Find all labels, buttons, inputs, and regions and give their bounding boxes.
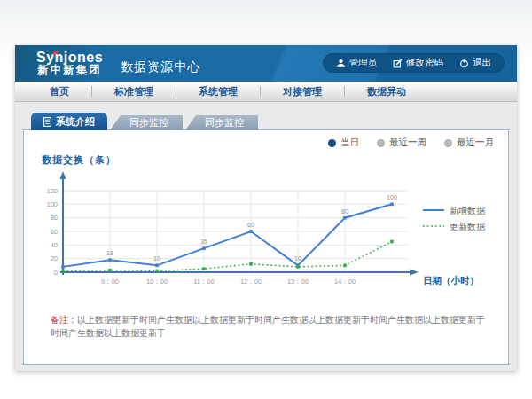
radio-icon xyxy=(444,139,452,147)
tab[interactable]: 系统介绍 xyxy=(31,113,107,130)
nav-item[interactable]: 对接管理 xyxy=(261,85,344,98)
svg-text:10: 10 xyxy=(153,255,160,262)
svg-text:10：00: 10：00 xyxy=(146,278,168,286)
line-chart: 0204060801001209：0010：0011：0012：0013：001… xyxy=(27,166,517,299)
svg-text:0: 0 xyxy=(54,269,58,277)
nav-item[interactable]: 首页 xyxy=(27,85,91,98)
svg-text:80: 80 xyxy=(341,208,348,215)
svg-text:10: 10 xyxy=(294,255,301,262)
svg-text:60: 60 xyxy=(51,228,58,236)
footnote-text: 以上数据更新于时间产生数据以上数据更新于时间产生数据以上数据更新于时间产生数据以… xyxy=(51,315,485,338)
power-icon xyxy=(459,59,469,68)
nav-item[interactable]: 系统管理 xyxy=(176,85,260,98)
svg-text:100: 100 xyxy=(46,200,58,208)
svg-text:35: 35 xyxy=(200,239,207,245)
logo-text-cn: 新中新集团 xyxy=(36,65,103,76)
period-option[interactable]: 最近一周 xyxy=(377,137,426,149)
svg-text:40: 40 xyxy=(51,241,58,249)
period-option[interactable]: 最近一月 xyxy=(444,137,494,149)
change-password-label: 修改密码 xyxy=(406,57,443,69)
period-option-label: 最近一月 xyxy=(457,137,494,149)
header: Synjones 新中新集团 数据资源中心 管理员 修改密码 xyxy=(15,45,517,82)
radio-icon xyxy=(328,139,336,147)
main-nav: 首页标准管理系统管理对接管理数据异动 xyxy=(15,82,517,102)
radio-icon xyxy=(377,139,385,147)
edit-icon xyxy=(393,59,403,68)
footnote: 备注：以上数据更新于时间产生数据以上数据更新于时间产生数据以上数据更新于时间产生… xyxy=(51,313,485,340)
legend-label: 更新数据 xyxy=(450,222,486,231)
change-password-button[interactable]: 修改密码 xyxy=(393,57,443,69)
nav-item[interactable]: 标准管理 xyxy=(92,85,176,98)
header-actions: 管理员 修改密码 退出 xyxy=(323,53,505,73)
content-area: 系统介绍同步监控同步监控 当日最近一周最近一月 数据交换（条） 02040608… xyxy=(15,113,517,365)
nav-item[interactable]: 数据异动 xyxy=(345,85,428,98)
legend-label: 新增数据 xyxy=(450,206,486,215)
tab[interactable]: 同步监控 xyxy=(185,115,258,130)
tab-bar: 系统介绍同步监控同步监控 xyxy=(31,113,517,130)
svg-text:12：00: 12：00 xyxy=(240,278,262,286)
tab-label: 系统介绍 xyxy=(56,115,95,129)
user-icon xyxy=(336,59,346,68)
logout-button-label: 退出 xyxy=(473,57,491,69)
content-panel: 当日最近一周最近一月 数据交换（条） 0204060801001209：0010… xyxy=(23,129,509,365)
svg-text:60: 60 xyxy=(247,222,254,228)
period-option-label: 最近一周 xyxy=(389,137,426,149)
user-button-label: 管理员 xyxy=(349,57,378,69)
app-window: Synjones 新中新集团 数据资源中心 管理员 修改密码 xyxy=(15,45,517,371)
svg-text:120: 120 xyxy=(46,187,58,195)
svg-text:80: 80 xyxy=(51,214,58,222)
y-axis-title: 数据交换（条） xyxy=(42,153,116,167)
footnote-label: 备注： xyxy=(51,315,77,325)
period-selector: 当日最近一周最近一月 xyxy=(328,137,494,149)
svg-text:9：00: 9：00 xyxy=(101,278,119,286)
svg-text:13：00: 13：00 xyxy=(287,278,309,286)
svg-text:14：00: 14：00 xyxy=(334,278,356,286)
logo-text-en: Synjones xyxy=(36,51,103,66)
period-option-label: 当日 xyxy=(340,137,359,149)
logout-button[interactable]: 退出 xyxy=(459,57,491,69)
svg-text:20: 20 xyxy=(51,254,58,262)
svg-text:100: 100 xyxy=(387,194,397,200)
tab[interactable]: 同步监控 xyxy=(110,115,183,130)
svg-text:11：00: 11：00 xyxy=(193,278,215,286)
document-icon xyxy=(43,117,51,127)
tab-label: 同步监控 xyxy=(205,116,244,129)
tab-label: 同步监控 xyxy=(129,116,168,129)
logo: Synjones 新中新集团 xyxy=(36,51,103,77)
user-button[interactable]: 管理员 xyxy=(336,57,378,69)
page-title: 数据资源中心 xyxy=(121,59,200,75)
svg-text:日期（小时）: 日期（小时） xyxy=(423,275,479,286)
svg-text:18: 18 xyxy=(106,250,113,256)
period-option[interactable]: 当日 xyxy=(328,137,359,149)
